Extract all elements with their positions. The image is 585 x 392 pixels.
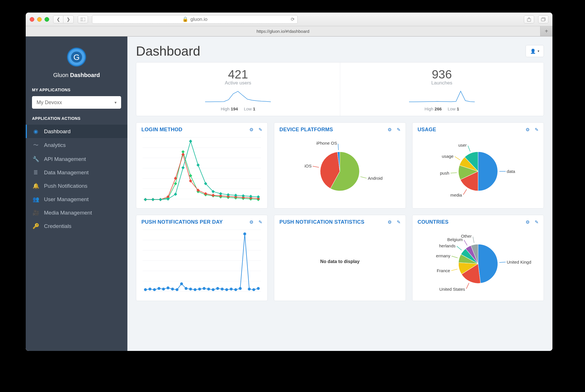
brand: G Gluon Dashboard: [26, 37, 127, 81]
svg-point-75: [198, 288, 201, 290]
sidebar-toggle-button[interactable]: [78, 15, 88, 23]
gear-icon[interactable]: ⚙: [526, 127, 530, 132]
nav-buttons: ❮ ❯: [53, 15, 74, 23]
svg-point-63: [144, 288, 147, 291]
dashboard-icon: ◉: [33, 128, 39, 135]
minimize-window-button[interactable]: [37, 17, 42, 22]
key-icon: 🔑: [33, 223, 39, 229]
nav-analytics[interactable]: 〜 Analytics: [26, 138, 127, 152]
svg-line-62: [468, 146, 470, 152]
app-root: G Gluon Dashboard MY APPLICATIONS My Dev…: [26, 37, 552, 351]
wrench-icon: 🔧: [33, 156, 39, 162]
svg-point-79: [216, 287, 219, 290]
card-title: COUNTRIES: [418, 219, 449, 225]
url-domain: gluon.io: [191, 17, 208, 22]
nav-push-notifications[interactable]: 🔔 Push Notifications: [26, 179, 127, 193]
no-data-message: No data to display: [279, 226, 400, 297]
edit-icon[interactable]: ✎: [397, 219, 400, 225]
card-title: DEVICE PLATFORMS: [279, 127, 333, 133]
svg-rect-41: [159, 198, 162, 201]
pie-label: usage: [442, 154, 454, 159]
stat-label: Active users: [139, 80, 337, 86]
svg-rect-44: [181, 166, 185, 169]
browser-title-bar: ❮ ❯ 🔒 gluon.io ⟳: [26, 13, 552, 26]
nav-media-management[interactable]: 🎥 Media Management: [26, 206, 127, 219]
stat-value: 936: [343, 68, 541, 81]
stat-range: High 266 Low 1: [343, 106, 541, 111]
svg-point-76: [203, 287, 206, 290]
svg-point-80: [221, 288, 224, 290]
pie-label: push: [440, 171, 449, 175]
edit-icon[interactable]: ✎: [535, 127, 538, 132]
gear-icon[interactable]: ⚙: [249, 219, 253, 225]
card-title: PUSH NOTIFICATIONS PER DAY: [141, 219, 223, 225]
svg-line-56: [313, 166, 319, 167]
share-button[interactable]: [524, 15, 534, 23]
pie-label: data: [507, 169, 515, 174]
device-platforms-chart: [279, 134, 400, 204]
svg-line-93: [457, 246, 462, 250]
nav-user-management[interactable]: 👥 User Management: [26, 193, 127, 206]
user-menu-button[interactable]: 👤 ▾: [526, 45, 544, 57]
tabs-overview-button[interactable]: [538, 15, 548, 23]
nav-api-management[interactable]: 🔧 API Management: [26, 152, 127, 166]
svg-point-83: [234, 288, 237, 291]
chevron-down-icon: ▾: [538, 49, 539, 53]
svg-line-60: [450, 173, 457, 173]
close-window-button[interactable]: [30, 17, 34, 22]
usage-chart: [418, 134, 538, 204]
pie-label: Other: [461, 234, 472, 239]
card-title: PUSH NOTIFICATION STATISTICS: [279, 219, 364, 225]
svg-point-70: [176, 288, 179, 291]
svg-rect-40: [151, 198, 155, 201]
login-method-chart: [141, 134, 262, 204]
gear-icon[interactable]: ⚙: [388, 219, 392, 225]
nav-credentials[interactable]: 🔑 Credentials: [26, 219, 127, 233]
application-select[interactable]: My Devoxx ▾: [32, 96, 121, 109]
nav-label: Media Management: [44, 210, 92, 216]
reload-button[interactable]: ⟳: [291, 17, 294, 22]
bell-icon: 🔔: [33, 183, 39, 189]
svg-rect-39: [144, 198, 147, 201]
svg-point-78: [212, 288, 215, 291]
svg-line-89: [499, 262, 506, 262]
svg-rect-49: [219, 192, 222, 195]
pie-label: United Kingd: [507, 260, 531, 264]
card-usage: USAGE ⚙ ✎ datamediapushusageuser: [412, 122, 544, 209]
edit-icon[interactable]: ✎: [259, 127, 262, 132]
svg-rect-46: [197, 163, 200, 167]
nav-data-management[interactable]: ≣ Data Management: [26, 166, 127, 179]
address-bar[interactable]: 🔒 gluon.io ⟳: [92, 15, 298, 24]
svg-rect-4: [541, 18, 545, 21]
browser-tab[interactable]: https://gluon.io/#!dashboard: [26, 26, 540, 36]
gear-icon[interactable]: ⚙: [249, 127, 253, 132]
pie-label: herlands: [439, 243, 456, 248]
user-icon: 👤: [530, 49, 536, 54]
card-title: LOGIN METHOD: [141, 127, 183, 133]
users-icon: 👥: [33, 196, 39, 203]
maximize-window-button[interactable]: [45, 17, 49, 22]
gear-icon[interactable]: ⚙: [388, 127, 392, 132]
camera-icon: 🎥: [33, 209, 39, 216]
svg-point-65: [153, 288, 156, 291]
card-title: USAGE: [418, 127, 436, 133]
edit-icon[interactable]: ✎: [259, 219, 262, 225]
gear-icon[interactable]: ⚙: [526, 219, 530, 225]
push-per-day-chart: [141, 226, 262, 297]
nav-dashboard[interactable]: ◉ Dashboard: [26, 125, 127, 138]
svg-point-81: [225, 288, 228, 291]
edit-icon[interactable]: ✎: [535, 219, 538, 225]
svg-point-74: [194, 288, 197, 291]
new-tab-button[interactable]: +: [540, 26, 552, 36]
svg-point-77: [207, 288, 210, 290]
svg-rect-45: [189, 140, 192, 143]
edit-icon[interactable]: ✎: [397, 127, 400, 132]
section-application-actions: APPLICATION ACTIONS: [26, 110, 127, 123]
svg-point-71: [180, 282, 183, 285]
nav-label: User Management: [44, 196, 89, 203]
svg-point-73: [189, 288, 192, 290]
forward-button[interactable]: ❯: [63, 15, 74, 23]
back-button[interactable]: ❮: [53, 15, 63, 23]
lock-icon: 🔒: [182, 16, 188, 22]
card-login-method: LOGIN METHOD ⚙ ✎: [136, 122, 268, 209]
